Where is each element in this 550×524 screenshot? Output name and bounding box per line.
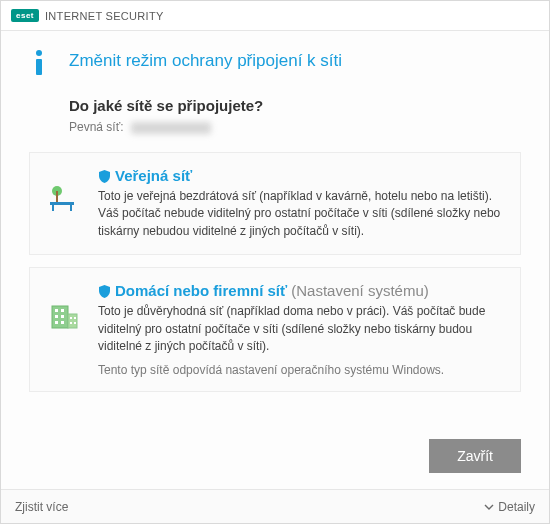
svg-rect-10	[55, 315, 58, 318]
button-row: Zavřít	[1, 431, 549, 489]
svg-rect-9	[61, 309, 64, 312]
svg-rect-4	[50, 202, 74, 205]
info-icon	[29, 49, 53, 81]
option-private-title-text: Domácí nebo firemní síť	[115, 282, 287, 299]
svg-rect-11	[61, 315, 64, 318]
option-private-desc: Toto je důvěryhodná síť (například doma …	[98, 303, 504, 355]
option-private-note: Tento typ sítě odpovídá nastavení operač…	[98, 363, 504, 377]
titlebar: eset INTERNET SECURITY	[1, 1, 549, 31]
fixed-label: Pevná síť:	[69, 120, 124, 134]
question-block: Do jaké sítě se připojujete? Pevná síť:	[69, 97, 521, 134]
option-private-suffix: (Nastavení systému)	[291, 282, 429, 299]
close-button[interactable]: Zavřít	[429, 439, 521, 473]
option-public-title-text: Veřejná síť	[115, 167, 192, 184]
option-public-body: Veřejná síť Toto je veřejná bezdrátová s…	[98, 167, 504, 240]
brand-name: INTERNET SECURITY	[45, 10, 164, 22]
option-private-body: Domácí nebo firemní síť (Nastavení systé…	[98, 282, 504, 377]
building-icon	[46, 282, 82, 377]
option-private-title: Domácí nebo firemní síť (Nastavení systé…	[98, 282, 504, 299]
option-public-network[interactable]: Veřejná síť Toto je veřejná bezdrátová s…	[29, 152, 521, 255]
svg-rect-13	[61, 321, 64, 324]
chevron-down-icon	[484, 502, 494, 512]
details-toggle[interactable]: Detaily	[484, 500, 535, 514]
dialog-window: eset INTERNET SECURITY Změnit režim ochr…	[0, 0, 550, 524]
footer: Zjistit více Detaily	[1, 489, 549, 523]
svg-rect-7	[52, 306, 68, 328]
svg-point-0	[36, 50, 42, 56]
svg-rect-17	[70, 322, 72, 324]
option-public-title: Veřejná síť	[98, 167, 504, 184]
svg-rect-14	[68, 314, 77, 328]
shield-icon	[98, 169, 111, 182]
svg-rect-6	[70, 205, 72, 211]
svg-rect-16	[74, 317, 76, 319]
svg-rect-1	[36, 59, 42, 75]
brand-badge: eset	[11, 9, 39, 22]
dialog-heading: Změnit režim ochrany připojení k síti	[69, 51, 342, 71]
bench-icon	[46, 167, 82, 240]
header-row: Změnit režim ochrany připojení k síti	[29, 49, 521, 81]
learn-more-link[interactable]: Zjistit více	[15, 500, 68, 514]
option-private-network[interactable]: Domácí nebo firemní síť (Nastavení systé…	[29, 267, 521, 392]
content-area: Změnit režim ochrany připojení k síti Do…	[1, 31, 549, 431]
svg-rect-5	[52, 205, 54, 211]
svg-rect-18	[74, 322, 76, 324]
network-name-blurred	[131, 122, 211, 134]
svg-rect-8	[55, 309, 58, 312]
question-text: Do jaké sítě se připojujete?	[69, 97, 521, 114]
option-public-desc: Toto je veřejná bezdrátová síť (napříkla…	[98, 188, 504, 240]
network-name-line: Pevná síť:	[69, 120, 521, 134]
details-label: Detaily	[498, 500, 535, 514]
svg-rect-12	[55, 321, 58, 324]
svg-rect-15	[70, 317, 72, 319]
shield-icon	[98, 284, 111, 297]
